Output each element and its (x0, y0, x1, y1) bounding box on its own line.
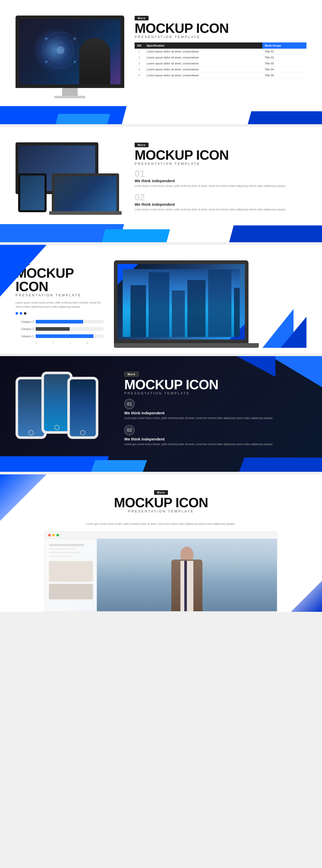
table-cell-no: 1 (135, 49, 144, 55)
table-cell-scope: Title 01 (262, 49, 306, 55)
monitor-base (54, 96, 85, 98)
phone-2-screen (44, 374, 70, 431)
table-cell-spec: Lorem ipsum dolor sit amet, consectetuer (144, 61, 262, 66)
spec-table: NO Specification Work Scope 1 Lorem ipsu… (135, 42, 306, 79)
feature-circle: 01 (124, 399, 135, 409)
features-list-2: 01 We think independent Lorem ipsum cons… (135, 169, 306, 212)
dot-1 (16, 312, 18, 315)
axis-4: 4 (70, 342, 87, 344)
feature-title-dark: We think independent (124, 437, 306, 441)
phone-1-home (28, 430, 34, 435)
bar-chart: Category 3 Category 2 Category 1 (16, 320, 104, 344)
table-cell-no: 5 (135, 72, 144, 79)
section1-decoration (0, 103, 322, 124)
bar-fill-3 (36, 320, 83, 323)
section-5: More MOCKUP ICON PRESENTATION TEMPLATE L… (0, 474, 322, 612)
dot-3 (24, 312, 26, 315)
bar-track-3 (36, 320, 104, 323)
bar-fill-1 (36, 334, 93, 338)
browser-mockup (45, 531, 277, 612)
table-row: 5 Lorem ipsum dolor sit amet, consectetu… (135, 72, 306, 79)
axis-0: 0 (36, 342, 53, 344)
feature-desc: Lorem ipsum conse loctus ornare, pelle s… (135, 184, 306, 188)
devices-wrap (16, 142, 124, 215)
device-tablet (18, 174, 47, 212)
s2-shape3 (229, 225, 322, 242)
phone-3-screen (70, 379, 96, 436)
bar-row-1: Category 1 (16, 334, 104, 338)
bar-fill-2 (36, 327, 70, 331)
dark-shape2 (91, 460, 147, 472)
svg-point-13 (74, 61, 76, 63)
browser-bar (45, 532, 277, 539)
monitor-stand (62, 88, 78, 96)
laptop-big-base (114, 343, 259, 348)
section-2: More MOCKUP ICON PRESENTATION TEMPLATE 0… (0, 127, 322, 242)
section-1: More MOCKUP ICON PRESENTATION TEMPLATE N… (0, 0, 322, 124)
title-4: MOCKUP ICON (124, 378, 306, 391)
badge-more-5: More (154, 490, 168, 495)
section4-content: More MOCKUP ICON PRESENTATION TEMPLATE 0… (124, 372, 306, 451)
browser-main-area (97, 539, 277, 611)
browser-left-panel (45, 539, 97, 611)
table-cell-no: 2 (135, 55, 144, 61)
table-cell-spec: Lorem ipsum dolor sit amet, consectetuer (144, 72, 262, 79)
browser-dot-yellow (52, 534, 55, 536)
col-header-no: NO (135, 42, 144, 49)
col-header-scope: Work Scope (262, 42, 306, 49)
section4-decoration (0, 454, 322, 472)
title-2: MOCKUP ICON (135, 148, 306, 162)
svg-line-9 (61, 50, 75, 62)
section5-header: More MOCKUP ICON PRESENTATION TEMPLATE (114, 490, 208, 517)
col-header-spec: Specification (144, 42, 262, 49)
blue-shape-accent (56, 114, 110, 124)
table-cell-spec: Lorem ipsum dolor sit amet, consectetuer (144, 66, 262, 72)
feature-num: 02 (135, 193, 306, 202)
device-laptop (52, 174, 119, 215)
s3-blue-tl (0, 245, 47, 297)
monitor-device (16, 16, 124, 98)
table-row: 1 Lorem ipsum dolor sit amet, consectetu… (135, 49, 306, 55)
table-cell-no: 3 (135, 61, 144, 66)
s3-blue-br2 (281, 317, 306, 348)
phone-3 (67, 377, 98, 439)
bar-row-2: Category 2 (16, 327, 104, 331)
bar-label-3: Category 3 (16, 320, 34, 323)
feature-item-4: 02 We think independent Lorem gou conse … (124, 425, 306, 446)
feature-title: We think independent (135, 202, 306, 207)
s2-shape2 (102, 229, 170, 242)
section2-decoration (0, 221, 322, 242)
svg-line-6 (46, 38, 61, 50)
badge-more-2: More (135, 143, 149, 147)
feature-title-dark: We think independent (124, 411, 306, 415)
browser-dot-green (56, 534, 59, 536)
table-cell-scope: Title 04 (262, 66, 306, 72)
browser-dot-red (48, 534, 51, 536)
table-cell-no: 4 (135, 66, 144, 72)
section-4: More MOCKUP ICON PRESENTATION TEMPLATE 0… (0, 356, 322, 472)
feature-desc-dark: Lorem gou conse loctus ornare, pelle sce… (124, 416, 306, 420)
feature-item-4: 01 We think independent Lorem gou conse … (124, 399, 306, 420)
svg-point-12 (45, 61, 48, 63)
phone-1-screen (18, 379, 44, 436)
feature-desc: Lorem ipsum conse loctus ornare, pelle s… (135, 208, 306, 212)
table-cell-scope: Title 03 (262, 61, 306, 66)
section2-content: More MOCKUP ICON PRESENTATION TEMPLATE 0… (135, 142, 306, 216)
table-cell-scope: Title 05 (262, 72, 306, 79)
badge-more-4: More (124, 372, 139, 377)
laptop-big (114, 260, 248, 343)
bar-track-2 (36, 327, 104, 331)
dots-row (16, 312, 104, 315)
blue-shape-right (248, 111, 322, 124)
badge-more-1: More (135, 16, 149, 21)
dark-shape3 (239, 458, 322, 472)
title-5: MOCKUP ICON (114, 496, 208, 509)
feature-desc-dark: Lorem gou conse loctus ornare, pelle sce… (124, 442, 306, 446)
phones-wrap (16, 372, 114, 449)
phone-2-home (54, 425, 60, 430)
device-laptop-base (49, 211, 122, 215)
table-cell-spec: Lorem ipsum dolor sit amet, consectetuer (144, 49, 262, 55)
axis-2: 2 (53, 342, 70, 344)
svg-line-8 (46, 50, 61, 62)
section5-desc: Lorem gou conse loctus ornare, pelle sce… (86, 522, 236, 526)
